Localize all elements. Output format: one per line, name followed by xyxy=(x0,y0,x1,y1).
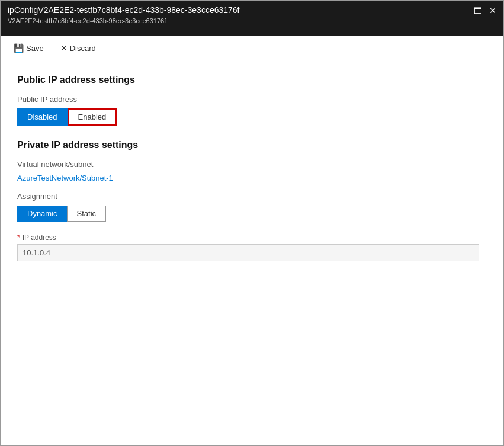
discard-icon: ✕ xyxy=(60,43,68,53)
minimize-icon[interactable]: 🗖 xyxy=(474,7,482,15)
assignment-toggle-group: Dynamic Static xyxy=(17,206,487,222)
content-area: Public IP address settings Public IP add… xyxy=(1,60,503,445)
window-subtitle: V2AE2E2-testfb7c8bf4-ec2d-433b-98ec-3e3c… xyxy=(8,17,240,24)
required-mark: * xyxy=(17,233,20,242)
ip-address-input[interactable] xyxy=(17,244,479,261)
title-bar-left: ipConfigV2AE2E2-testfb7c8bf4-ec2d-433b-9… xyxy=(8,5,240,24)
public-ip-toggle-group: Disabled Enabled xyxy=(17,108,487,126)
virtual-network-label: Virtual network/subnet xyxy=(17,160,487,169)
private-ip-section: Private IP address settings Virtual netw… xyxy=(17,140,487,261)
ip-address-label-text: IP address xyxy=(23,233,56,242)
public-ip-enabled-button[interactable]: Enabled xyxy=(68,108,117,126)
virtual-network-link[interactable]: AzureTestNetwork/Subnet-1 xyxy=(17,174,487,182)
public-ip-disabled-button[interactable]: Disabled xyxy=(17,108,68,126)
assignment-label: Assignment xyxy=(17,192,487,201)
title-bar: ipConfigV2AE2E2-testfb7c8bf4-ec2d-433b-9… xyxy=(1,1,503,36)
discard-button[interactable]: ✕ Discard xyxy=(57,41,99,55)
public-ip-section: Public IP address settings Public IP add… xyxy=(17,75,487,126)
discard-label: Discard xyxy=(70,44,96,53)
dynamic-button[interactable]: Dynamic xyxy=(17,206,67,222)
save-button[interactable]: 💾 Save xyxy=(10,41,47,55)
public-ip-section-title: Public IP address settings xyxy=(17,75,487,85)
close-icon[interactable]: ✕ xyxy=(489,7,496,15)
main-window: ipConfigV2AE2E2-testfb7c8bf4-ec2d-433b-9… xyxy=(0,0,504,446)
toolbar: 💾 Save ✕ Discard xyxy=(1,36,503,60)
static-button[interactable]: Static xyxy=(67,206,107,222)
public-ip-field-label: Public IP address xyxy=(17,95,487,104)
save-label: Save xyxy=(26,44,44,53)
title-bar-controls: 🗖 ✕ xyxy=(474,5,496,15)
ip-address-label: * IP address xyxy=(17,233,487,242)
private-ip-section-title: Private IP address settings xyxy=(17,140,487,150)
save-icon: 💾 xyxy=(14,43,24,53)
window-title: ipConfigV2AE2E2-testfb7c8bf4-ec2d-433b-9… xyxy=(8,5,240,15)
